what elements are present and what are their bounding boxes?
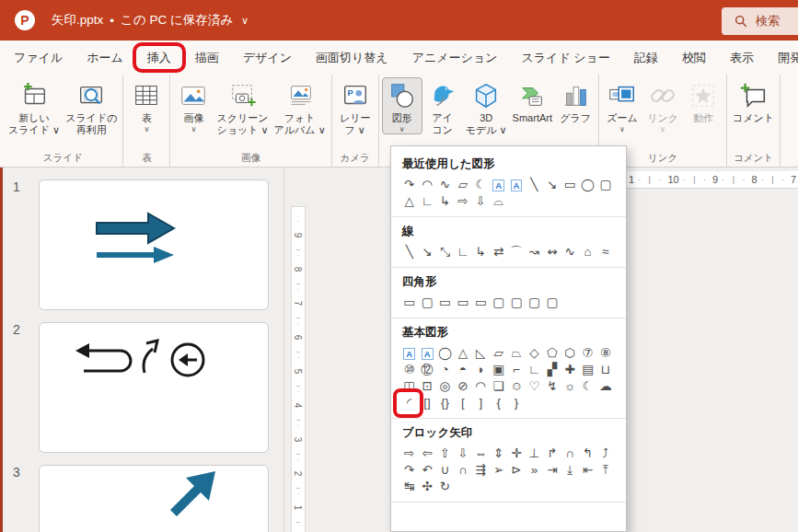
squiggle-shape[interactable]: ∿ xyxy=(436,177,454,193)
triangle-shape[interactable]: △ xyxy=(400,193,418,210)
rectangle-shape[interactable]: ▭ xyxy=(400,295,418,311)
tab-insert[interactable]: 挿入 xyxy=(135,40,183,75)
cameo-button[interactable]: Pレリーフ ∨ xyxy=(335,77,376,136)
oval-shape[interactable]: ◯ xyxy=(436,345,454,362)
chart-button[interactable]: グラフ xyxy=(555,77,596,124)
left-right-arrow-callout-shape[interactable]: ↹ xyxy=(400,479,418,495)
oval-shape[interactable]: ◯ xyxy=(579,177,596,193)
left-right-up-arrow-shape[interactable]: ⊥ xyxy=(526,445,543,462)
tab-record[interactable]: 記録 xyxy=(622,40,670,75)
frame-shape[interactable]: ▣ xyxy=(490,362,507,378)
elbow-arrow-connector-shape[interactable]: ↳ xyxy=(436,193,454,210)
octagon-shape[interactable]: ⑧ xyxy=(596,345,614,362)
l-shape-shape[interactable]: ∟ xyxy=(526,362,543,378)
pie-shape[interactable]: ◔ xyxy=(436,362,454,378)
diagonal-stripe-shape[interactable]: ▞ xyxy=(543,362,561,378)
line-double-arrow-shape[interactable]: ⤡ xyxy=(436,244,454,260)
heptagon-shape[interactable]: ⑦ xyxy=(579,345,596,362)
folded-corner-shape[interactable]: ❏ xyxy=(490,378,507,395)
rounded-rectangle-shape[interactable]: ▢ xyxy=(596,177,614,193)
curved-right-arrow-shape[interactable]: ↷ xyxy=(400,462,418,479)
round-same-side-corner-rectangle-shape[interactable]: ▢ xyxy=(526,295,543,311)
u-turn-arrow-shape[interactable]: ∩ xyxy=(561,445,579,462)
diamond-shape[interactable]: ◇ xyxy=(526,345,543,362)
sun-shape[interactable]: ☼ xyxy=(561,378,579,395)
tab-design[interactable]: デザイン xyxy=(231,40,304,75)
snip-diagonal-corner-rectangle-shape[interactable]: ▭ xyxy=(472,295,490,311)
up-arrow-callout-shape[interactable]: ⤒ xyxy=(596,462,614,479)
slide-thumbnail-1[interactable] xyxy=(39,179,269,310)
dodecagon-shape[interactable]: ⑫ xyxy=(418,362,435,378)
snip-same-side-corner-rectangle-shape[interactable]: ▭ xyxy=(454,295,471,311)
chord-shape[interactable]: ◠ xyxy=(418,177,435,193)
3d-models-button[interactable]: 3Dモデル ∨ xyxy=(463,77,510,136)
shapes-button[interactable]: 図形∨ xyxy=(382,77,422,134)
up-down-arrow-shape[interactable]: ⇕ xyxy=(490,445,507,462)
powerpoint-app-icon[interactable]: P xyxy=(15,10,35,30)
text-box-shape[interactable]: A xyxy=(400,345,418,362)
half-frame-shape[interactable]: ⌐ xyxy=(507,362,525,378)
screenshot-button[interactable]: スクリーンショット ∨ xyxy=(214,77,271,136)
tab-home[interactable]: ホーム xyxy=(75,40,135,75)
pictures-button[interactable]: 画像∨ xyxy=(173,77,214,133)
round-single-corner-rectangle-shape[interactable]: ▢ xyxy=(507,295,525,311)
horizontal-text-box-shape[interactable]: A xyxy=(418,345,435,362)
horizontal-text-box-shape[interactable]: A xyxy=(507,177,525,193)
curve-shape[interactable]: ∿ xyxy=(561,244,579,260)
freeform-shape[interactable]: ⌂ xyxy=(579,244,596,260)
up-arrow-shape[interactable]: ⇧ xyxy=(436,445,454,462)
text-box-shape[interactable]: A xyxy=(490,177,507,193)
right-arrow-shape[interactable]: ⇨ xyxy=(400,445,418,462)
icons-button[interactable]: アイコン xyxy=(422,77,463,136)
curved-down-arrow-shape[interactable]: ∩ xyxy=(454,462,471,479)
circular-arrow-shape[interactable]: ↻ xyxy=(436,479,454,495)
tab-transitions[interactable]: 画面切り替え xyxy=(304,40,400,75)
right-arrow-callout-shape[interactable]: ⇥ xyxy=(543,462,561,479)
curved-connector-shape[interactable]: ⌒ xyxy=(507,244,525,260)
down-arrow-callout-shape[interactable]: ⤓ xyxy=(561,462,579,479)
moon-shape[interactable]: ☾ xyxy=(579,378,596,395)
photo-album-button[interactable]: フォトアルバム ∨ xyxy=(272,77,329,136)
right-bracket-shape[interactable]: ] xyxy=(472,395,490,411)
curved-double-arrow-connector-shape[interactable]: ↭ xyxy=(543,244,561,260)
cube-shape[interactable]: ◫ xyxy=(400,378,418,395)
chevron-down-icon[interactable]: ∨ xyxy=(241,15,249,27)
trapezoid-shape[interactable]: ⏢ xyxy=(507,345,525,362)
heart-shape[interactable]: ♡ xyxy=(526,378,543,395)
rectangle-shape[interactable]: ▭ xyxy=(561,177,579,193)
hexagon-shape[interactable]: ⬡ xyxy=(561,345,579,362)
left-bracket-shape[interactable]: [ xyxy=(454,395,471,411)
double-bracket-shape[interactable]: [] xyxy=(418,395,435,411)
tab-slideshow[interactable]: スライド ショー xyxy=(509,40,621,75)
tab-file[interactable]: ファイル xyxy=(2,40,75,75)
notched-right-arrow-shape[interactable]: ➢ xyxy=(490,462,507,479)
new-slide-button[interactable]: 新しいスライド ∨ xyxy=(6,77,63,136)
cloud-shape[interactable]: ☁ xyxy=(596,378,614,395)
slide-thumbnail-2[interactable] xyxy=(39,322,269,453)
pentagon-arrow-shape[interactable]: ⊳ xyxy=(507,462,525,479)
cross-shape[interactable]: ✚ xyxy=(561,362,579,378)
search-button[interactable]: 検索 xyxy=(722,7,798,35)
reuse-slides-button[interactable]: スライドの再利用 xyxy=(63,77,120,136)
right-arrow-shape[interactable]: ⇨ xyxy=(454,193,471,210)
curved-arrow-connector-shape[interactable]: ↝ xyxy=(526,244,543,260)
parallelogram-shape[interactable]: ▱ xyxy=(454,177,471,193)
striped-right-arrow-shape[interactable]: ⇶ xyxy=(472,462,490,479)
tab-view[interactable]: 表示 xyxy=(718,40,766,75)
tab-review[interactable]: 校閲 xyxy=(670,40,718,75)
smartart-button[interactable]: SmartArt xyxy=(510,77,555,124)
line-shape[interactable]: ╲ xyxy=(526,177,543,193)
elbow-double-arrow-connector-shape[interactable]: ⇄ xyxy=(490,244,507,260)
no-symbol-shape[interactable]: ⊘ xyxy=(454,378,471,395)
bevel-shape[interactable]: ⊡ xyxy=(418,378,435,395)
elbow-connector-shape[interactable]: ∟ xyxy=(454,244,471,260)
smiley-face-shape[interactable]: ☺ xyxy=(507,378,525,395)
left-right-arrow-shape[interactable]: ⇔ xyxy=(472,445,490,462)
chord-shape[interactable]: ◓ xyxy=(454,362,471,378)
line-arrow-shape[interactable]: ↘ xyxy=(418,244,435,260)
elbow-arrow-connector-shape[interactable]: ↳ xyxy=(472,244,490,260)
snip-and-round-single-corner-rectangle-shape[interactable]: ▢ xyxy=(490,295,507,311)
snip-corner-shape-shape[interactable]: ⌓ xyxy=(490,193,507,210)
tab-draw[interactable]: 描画 xyxy=(183,40,231,75)
right-triangle-shape[interactable]: ◺ xyxy=(472,345,490,362)
